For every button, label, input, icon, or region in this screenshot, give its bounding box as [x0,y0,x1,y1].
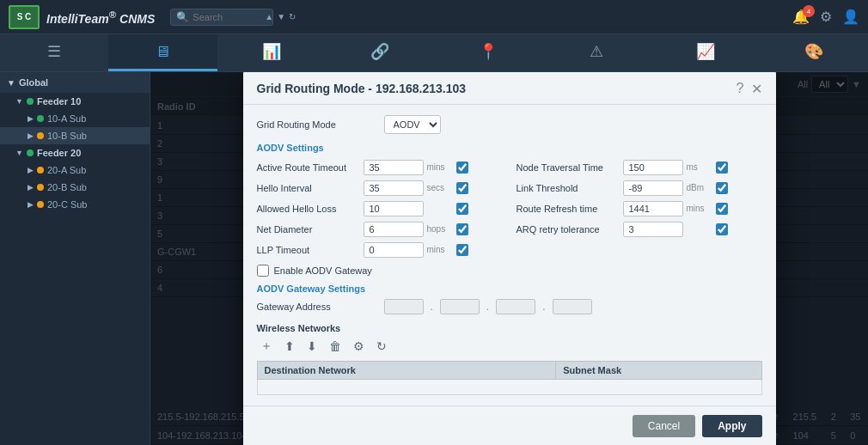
apply-button[interactable]: Apply [702,415,761,437]
sidebar-item-20b[interactable]: ▶ 20-B Sub [0,179,150,196]
setting-llp-timeout: LLP Timeout mins [257,242,503,258]
ip-sep-3: . [542,301,545,313]
search-input[interactable] [193,12,261,22]
settings-right: Node Traversal Time ms Link Threshold dB… [517,160,762,258]
gateway-ip-4[interactable] [553,299,592,314]
gateway-ip-1[interactable] [384,299,424,314]
status-dot [37,115,44,122]
node-traversal-check[interactable] [716,162,728,174]
modal-header: Grid Routing Mode - 192.168.213.103 ? ✕ [243,72,776,105]
link-threshold-input[interactable] [623,180,683,196]
status-dot [37,132,44,139]
status-dot [37,201,44,208]
sidebar-item-feeder10[interactable]: ▼ Feeder 10 [0,93,150,110]
llp-timeout-check[interactable] [456,244,468,256]
tab-warning[interactable]: ⚠ [542,34,651,71]
collapse-icon[interactable]: ▼ [7,78,15,88]
wn-add-button[interactable]: ＋ [257,337,276,356]
active-route-check[interactable] [456,162,468,174]
tab-trend[interactable]: 📈 [651,34,760,71]
sidebar-item-10a[interactable]: ▶ 10-A Sub [0,110,150,127]
arq-retry-check[interactable] [716,223,728,235]
expand-icon: ▼ [15,149,23,157]
setting-link-threshold: Link Threshold dBm [517,180,762,196]
modal-header-icons: ? ✕ [737,81,762,97]
notification-button[interactable]: 🔔4 [792,9,810,25]
setting-label: LLP Timeout [257,245,360,255]
hello-loss-check[interactable] [456,203,468,215]
wn-settings-button[interactable]: ⚙ [350,337,368,356]
sidebar-item-20a[interactable]: ▶ 20-A Sub [0,162,150,179]
nav-hamburger[interactable]: ☰ [0,34,108,71]
sub-label: 20-A Sub [47,165,86,175]
expand-icon: ▶ [28,166,34,174]
setting-label: Allowed Hello Loss [257,204,360,214]
hello-loss-input[interactable] [364,201,424,216]
setting-label: Link Threshold [517,183,620,193]
gateway-section-title: AODV Gateway Settings [257,283,762,294]
grid-routing-select[interactable]: AODV OLSR Static [384,115,441,134]
tab-monitor[interactable]: 🖥 [108,34,217,71]
close-icon[interactable]: ✕ [751,81,762,97]
setting-unit: mins [687,204,712,213]
sidebar-item-10b[interactable]: ▶ 10-B Sub [0,127,150,144]
setting-unit: dBm [687,183,712,192]
tab-palette[interactable]: 🎨 [760,34,868,71]
setting-unit: ms [687,162,712,172]
setting-net-diameter: Net Diameter hops [257,222,503,237]
modal-overlay: Grid Routing Mode - 192.168.213.103 ? ✕ … [150,72,868,445]
sidebar-item-20c[interactable]: ▶ 20-C Sub [0,196,150,213]
setting-active-route: Active Route Timeout mins [257,160,503,175]
feeder-label: Feeder 10 [37,96,81,107]
wn-download-button[interactable]: ⬇ [303,337,321,356]
llp-timeout-input[interactable] [364,242,424,258]
help-icon[interactable]: ? [737,81,744,97]
route-refresh-check[interactable] [716,203,728,215]
wn-upload-button[interactable]: ⬆ [281,337,298,356]
expand-icon: ▶ [28,114,34,123]
gateway-ip-3[interactable] [496,299,535,314]
status-dot [37,167,44,174]
gateway-ip-2[interactable] [440,299,480,314]
hello-interval-check[interactable] [456,182,468,194]
setting-hello-interval: Hello Interval secs [257,180,503,196]
net-diameter-input[interactable] [364,222,424,237]
arq-retry-input[interactable] [623,222,683,237]
search-up-icon[interactable]: ▲ [265,12,273,21]
sub-label: 20-C Sub [47,199,87,210]
enable-gateway-checkbox[interactable] [257,265,269,277]
grid-routing-label: Grid Routing Mode [257,119,377,130]
wn-col-dest: Destination Network [257,361,556,379]
active-route-input[interactable] [364,160,424,175]
nav-tabs: ☰ 🖥 📊 🔗 📍 ⚠ 📈 🎨 [0,34,868,72]
expand-icon: ▼ [15,97,23,106]
hello-interval-input[interactable] [364,180,424,196]
search-down-icon[interactable]: ▼ [277,12,285,21]
modal-body: Grid Routing Mode AODV OLSR Static AODV … [243,105,776,405]
tab-chart[interactable]: 📊 [217,34,326,71]
sidebar-item-feeder20[interactable]: ▼ Feeder 20 [0,144,150,162]
link-threshold-check[interactable] [716,182,728,194]
tab-location[interactable]: 📍 [434,34,542,71]
setting-unit: hops [427,224,453,234]
wn-delete-button[interactable]: 🗑 [326,337,345,356]
route-refresh-input[interactable] [623,201,683,216]
notification-badge: 4 [803,5,815,17]
user-menu-button[interactable]: 👤 [842,9,859,25]
setting-label: Net Diameter [257,224,360,235]
status-dot [27,98,34,105]
wn-refresh-button[interactable]: ↻ [373,337,390,356]
node-traversal-input[interactable] [623,160,683,175]
setting-hello-loss: Allowed Hello Loss [257,201,503,216]
topbar: S C IntelliTeam® CNMS 🔍 ▲ ▼ ↻ 🔔4 ⚙ 👤 [0,0,868,34]
cancel-button[interactable]: Cancel [633,415,695,437]
wireless-section-title: Wireless Networks [257,323,762,333]
setting-node-traversal: Node Traversal Time ms [517,160,762,175]
gateway-address-label: Gateway Address [257,302,377,312]
content-area: All All ▼ Radio ID Number of Neighbors B… [150,72,868,445]
search-refresh-icon[interactable]: ↻ [289,12,296,21]
net-diameter-check[interactable] [456,223,468,235]
expand-icon: ▶ [28,200,34,209]
settings-button[interactable]: ⚙ [820,9,832,25]
tab-link[interactable]: 🔗 [326,34,434,71]
